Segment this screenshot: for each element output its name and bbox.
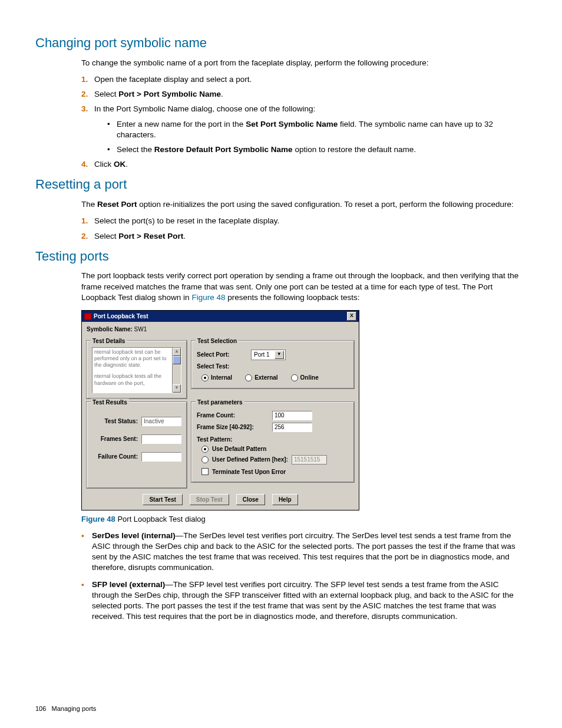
figure-caption: Figure 48 Port Loopback Test dialog	[81, 514, 527, 525]
option-name: Reset Port	[97, 200, 137, 209]
figure-link[interactable]: Figure 48	[191, 293, 225, 302]
radio-online[interactable]: Online	[291, 374, 319, 382]
test-status-value: Inactive	[141, 417, 181, 426]
frame-count-label: Frame Count:	[197, 411, 267, 420]
test-parameters-group: Test parameters Frame Count: 100 Frame S…	[191, 402, 354, 483]
step-text: .	[221, 90, 223, 98]
bullet-text: Enter a new name for the port in the	[117, 120, 246, 129]
test-selection-legend: Test Selection	[196, 337, 239, 345]
heading-resetting-port: Resetting a port	[35, 176, 527, 193]
bullet-text: Select the	[117, 145, 154, 154]
frames-sent-value	[141, 434, 181, 444]
s1-steps: 1.Open the faceplate display and select …	[81, 74, 527, 170]
intro-text: presents the following loopback tests:	[225, 293, 359, 302]
radio-icon	[291, 374, 298, 381]
test-selection-group: Test Selection Select Port: Port 1 ▼ Sel…	[191, 341, 354, 388]
test-results-legend: Test Results	[91, 398, 129, 407]
step-text: .	[183, 232, 186, 241]
select-test-label: Select Test:	[197, 363, 247, 371]
scroll-down-icon[interactable]: ▼	[173, 384, 181, 393]
radio-label: Online	[300, 374, 319, 382]
dialog-title: Port Loopback Test	[94, 312, 148, 321]
frames-sent-label: Frames Sent:	[92, 435, 138, 443]
failure-count-value	[141, 452, 181, 462]
s2-intro: The Reset Port option re-initializes the…	[81, 199, 527, 210]
desc-term: SFP level (external)	[92, 580, 165, 589]
list-item: 3.In the Port Symbolic Name dialog, choo…	[81, 104, 527, 155]
field-name: Set Port Symbolic Name	[246, 120, 338, 129]
loopback-descriptions: SerDes level (internal)—The SerDes level…	[81, 531, 527, 622]
step-number: 2.	[81, 89, 88, 100]
list-item: 1.Select the port(s) to be reset in the …	[81, 216, 527, 226]
step-text: Select the port(s) to be reset in the fa…	[94, 216, 279, 225]
frame-size-label: Frame Size [40-292]:	[197, 423, 267, 431]
details-text: nternal loopback tests all the hardware …	[94, 373, 171, 387]
dialog-titlebar: Port Loopback Test X	[82, 311, 359, 322]
test-parameters-legend: Test parameters	[196, 398, 244, 407]
scrollbar[interactable]: ▲ ▼	[172, 348, 181, 393]
symbolic-name-row: Symbolic Name: SW1	[87, 325, 354, 334]
step-text: Select	[94, 232, 118, 241]
page-number: 106	[35, 705, 46, 712]
bullet-text: option to restore the default name.	[293, 145, 416, 154]
port-loopback-dialog: Port Loopback Test X Symbolic Name: SW1 …	[81, 310, 359, 510]
button-name: OK	[114, 160, 125, 169]
s2-steps: 1.Select the port(s) to be reset in the …	[81, 216, 527, 241]
help-button[interactable]: Help	[272, 494, 298, 506]
frame-size-input[interactable]: 256	[272, 423, 312, 432]
dialog-body: Symbolic Name: SW1 Test Details nternal …	[82, 322, 359, 510]
radio-label: External	[254, 374, 277, 382]
radio-icon	[245, 374, 252, 381]
step-text: Click	[94, 160, 114, 169]
checkbox-icon	[201, 468, 209, 475]
radio-internal[interactable]: Internal	[201, 374, 232, 382]
radio-label: Use Default Pattern	[212, 445, 266, 453]
heading-testing-ports: Testing ports	[35, 248, 527, 265]
radio-user-defined[interactable]: User Defined Pattern [hex]: 15151515	[201, 455, 349, 465]
scroll-up-icon[interactable]: ▲	[173, 348, 181, 356]
test-details-group: Test Details nternal loopback test can b…	[87, 341, 187, 398]
scroll-thumb[interactable]	[173, 356, 181, 364]
bullet-item: Select the Restore Default Port Symbolic…	[107, 144, 527, 155]
select-port-value: Port 1	[254, 351, 270, 359]
s3-intro: The port loopback tests verify correct p…	[81, 271, 527, 303]
step-number: 1.	[81, 74, 88, 85]
heading-changing-port: Changing port symbolic name	[35, 34, 527, 52]
radio-label: User Defined Pattern [hex]:	[212, 456, 288, 464]
intro-text: option re-initializes the port using the…	[137, 200, 514, 209]
desc-item: SFP level (external)—The SFP level test …	[81, 579, 527, 622]
figure-label: Figure 48	[81, 515, 115, 523]
symbolic-name-value: SW1	[134, 326, 147, 332]
list-item: 1.Open the faceplate display and select …	[81, 74, 527, 85]
select-port-dropdown[interactable]: Port 1 ▼	[251, 350, 286, 360]
close-button[interactable]: Close	[236, 494, 265, 506]
menu-path: Port > Reset Port	[118, 232, 183, 241]
step-number: 4.	[81, 159, 88, 170]
close-button[interactable]: X	[347, 312, 356, 321]
page-footer: 106 Managing ports	[35, 704, 527, 713]
dialog-figure: Port Loopback Test X Symbolic Name: SW1 …	[81, 310, 527, 510]
radio-label: Internal	[211, 374, 232, 382]
list-item: 4.Click OK.	[81, 159, 527, 170]
chevron-down-icon[interactable]: ▼	[275, 351, 284, 359]
terminate-checkbox[interactable]: Terminate Test Upon Error	[201, 468, 349, 476]
symbolic-name-label: Symbolic Name:	[87, 326, 133, 332]
user-defined-hex-input[interactable]: 15151515	[292, 455, 327, 465]
s1-intro: To change the symbolic name of a port fr…	[81, 58, 527, 68]
radio-use-default[interactable]: Use Default Pattern	[201, 445, 349, 453]
radio-icon	[201, 374, 209, 381]
list-item: 2.Select Port > Reset Port.	[81, 231, 527, 242]
stop-test-button[interactable]: Stop Test	[190, 494, 229, 506]
failure-count-label: Failure Count:	[92, 453, 138, 461]
step-number: 2.	[81, 231, 88, 242]
dialog-button-bar: Start Test Stop Test Close Help	[87, 494, 354, 506]
frame-count-input[interactable]: 100	[272, 411, 312, 420]
list-item: 2.Select Port > Port Symbolic Name.	[81, 89, 527, 100]
start-test-button[interactable]: Start Test	[143, 494, 182, 506]
bullet-item: Enter a new name for the port in the Set…	[107, 119, 527, 140]
radio-external[interactable]: External	[245, 374, 277, 382]
desc-term: SerDes level (internal)	[92, 531, 176, 540]
menu-path: Port > Port Symbolic Name	[118, 90, 221, 98]
test-details-textarea[interactable]: nternal loopback test can be performed o…	[92, 347, 181, 393]
details-text: nternal loopback test can be performed o…	[94, 349, 171, 369]
